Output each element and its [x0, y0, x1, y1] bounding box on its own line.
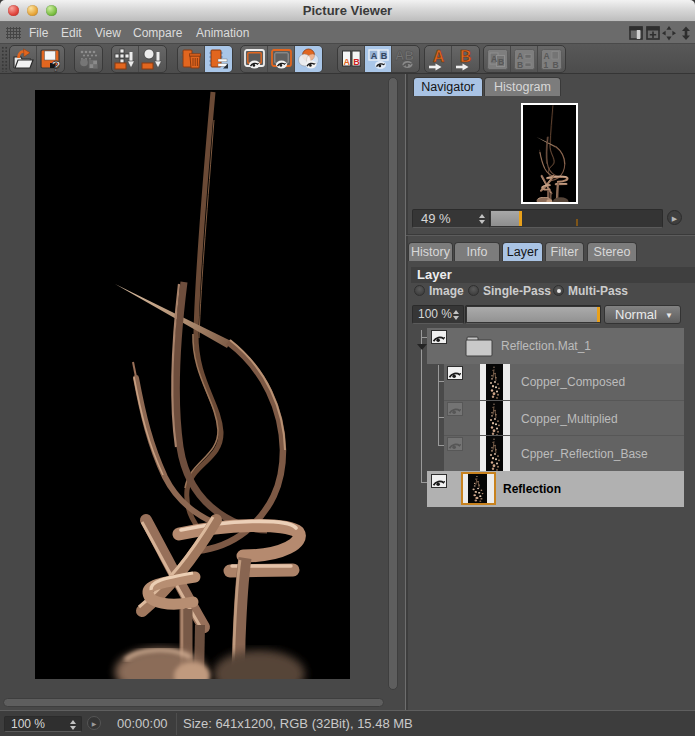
- svg-text:A: A: [343, 56, 350, 66]
- svg-text:B: B: [517, 59, 523, 69]
- svg-text:A: A: [491, 54, 497, 64]
- svg-text:1: 1: [544, 59, 549, 69]
- svg-text:B: B: [460, 48, 472, 65]
- svg-text:AB: AB: [395, 48, 414, 63]
- svg-text:B: B: [353, 56, 360, 66]
- svg-text:A: A: [370, 50, 377, 60]
- svg-text:B: B: [553, 59, 559, 69]
- svg-text:?: ?: [52, 56, 61, 72]
- svg-text:A: A: [433, 48, 445, 65]
- svg-text:B: B: [380, 50, 387, 60]
- svg-text:B: B: [498, 57, 504, 67]
